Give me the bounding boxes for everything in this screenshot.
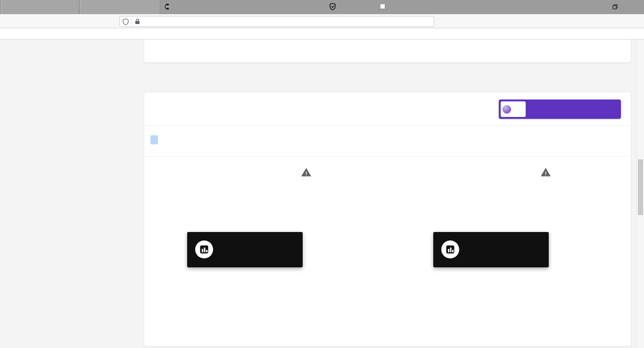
urlbar-divider [132,18,132,25]
jcr-badge-label [528,99,619,119]
stop-sharing-button[interactable] [347,0,421,12]
bookmarks-toolbar [0,28,644,40]
svg-text:!: ! [545,171,547,176]
divider [144,156,630,157]
restore-icon [612,4,618,9]
screen-share-banner [159,0,341,13]
impact-factor-line [150,136,158,143]
course-favicon [5,3,13,11]
category-line [391,137,395,144]
lock-icon[interactable] [135,18,140,25]
impact-factor-selected-text [150,135,158,144]
wos-group-logo [501,101,526,117]
tab-sjr[interactable] [80,0,160,14]
title-bar [0,0,644,14]
bar-chart-icon [441,240,460,259]
bar-chart-icon [195,240,214,259]
wos-sphere-icon [503,105,511,114]
minimize-button[interactable] [591,0,607,13]
warning-icon: ! [540,167,551,177]
close-button[interactable] [622,0,644,14]
svg-text:!: ! [305,171,307,176]
sjr-favicon [84,3,92,11]
tracking-shield-icon[interactable] [123,18,129,25]
categories-line [152,47,623,54]
shield-check-icon [329,3,336,10]
jcr-badge[interactable] [499,99,621,119]
stop-square-icon [380,4,385,8]
browser-window: ! ! [0,0,644,348]
restore-button[interactable] [607,0,623,13]
scrollbar-thumb[interactable] [638,159,643,215]
divider [144,125,630,126]
jcr-metric-tooltip[interactable] [187,232,303,267]
vertical-scrollbar[interactable] [636,40,644,348]
url-bar[interactable] [119,16,434,27]
warning-icon: ! [301,167,312,177]
jcr-metric-tooltip[interactable] [433,232,549,267]
share-indicator-icon [164,3,171,10]
tab-moodle-course[interactable] [1,0,79,14]
